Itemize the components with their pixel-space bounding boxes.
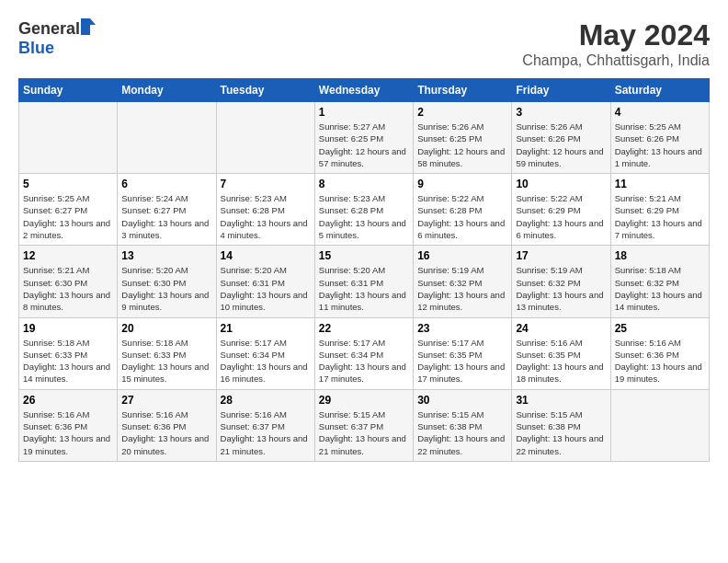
week-row-1: 1Sunrise: 5:27 AMSunset: 6:25 PMDaylight… <box>19 102 710 174</box>
logo-icon <box>81 18 96 39</box>
day-cell-2-4: 16Sunrise: 5:19 AMSunset: 6:32 PMDayligh… <box>414 246 512 317</box>
day-number: 12 <box>23 249 113 262</box>
logo: General Blue <box>18 18 96 58</box>
day-info: Sunrise: 5:20 AMSunset: 6:31 PMDaylight:… <box>319 264 409 313</box>
day-info: Sunrise: 5:26 AMSunset: 6:25 PMDaylight:… <box>417 121 507 169</box>
page-header: General Blue May 2024 Champa, Chhattisga… <box>18 18 710 69</box>
day-number: 7 <box>221 178 311 190</box>
week-row-4: 19Sunrise: 5:18 AMSunset: 6:33 PMDayligh… <box>19 317 710 389</box>
day-cell-3-2: 21Sunrise: 5:17 AMSunset: 6:34 PMDayligh… <box>216 317 314 389</box>
day-cell-4-6 <box>610 389 709 461</box>
day-info: Sunrise: 5:15 AMSunset: 6:37 PMDaylight:… <box>319 408 409 457</box>
day-info: Sunrise: 5:16 AMSunset: 6:36 PMDaylight:… <box>615 337 705 385</box>
day-info: Sunrise: 5:24 AMSunset: 6:27 PMDaylight:… <box>121 192 211 241</box>
day-info: Sunrise: 5:20 AMSunset: 6:31 PMDaylight:… <box>221 264 311 313</box>
day-number: 18 <box>615 249 705 262</box>
day-info: Sunrise: 5:19 AMSunset: 6:32 PMDaylight:… <box>417 264 507 313</box>
day-info: Sunrise: 5:16 AMSunset: 6:37 PMDaylight:… <box>221 408 311 457</box>
day-number: 15 <box>319 249 409 262</box>
day-number: 22 <box>319 322 409 335</box>
calendar-table: Sunday Monday Tuesday Wednesday Thursday… <box>18 78 710 462</box>
day-cell-0-2 <box>216 102 314 174</box>
day-cell-2-0: 12Sunrise: 5:21 AMSunset: 6:30 PMDayligh… <box>19 246 118 317</box>
day-cell-0-3: 1Sunrise: 5:27 AMSunset: 6:25 PMDaylight… <box>314 102 413 174</box>
day-number: 1 <box>319 106 409 119</box>
week-row-5: 26Sunrise: 5:16 AMSunset: 6:36 PMDayligh… <box>19 389 710 461</box>
day-cell-2-2: 14Sunrise: 5:20 AMSunset: 6:31 PMDayligh… <box>216 246 314 317</box>
day-info: Sunrise: 5:20 AMSunset: 6:30 PMDaylight:… <box>121 264 211 313</box>
day-cell-3-1: 20Sunrise: 5:18 AMSunset: 6:33 PMDayligh… <box>118 317 216 389</box>
day-number: 2 <box>417 106 507 119</box>
day-info: Sunrise: 5:15 AMSunset: 6:38 PMDaylight:… <box>417 408 507 457</box>
day-cell-3-6: 25Sunrise: 5:16 AMSunset: 6:36 PMDayligh… <box>610 317 709 389</box>
day-info: Sunrise: 5:23 AMSunset: 6:28 PMDaylight:… <box>221 192 311 241</box>
day-number: 30 <box>417 394 507 407</box>
day-info: Sunrise: 5:16 AMSunset: 6:36 PMDaylight:… <box>23 408 113 457</box>
day-number: 11 <box>615 178 705 190</box>
day-info: Sunrise: 5:21 AMSunset: 6:29 PMDaylight:… <box>615 192 705 241</box>
header-wednesday: Wednesday <box>314 79 413 102</box>
day-number: 21 <box>221 322 311 335</box>
day-number: 20 <box>121 322 211 335</box>
logo-blue-text: Blue <box>18 39 54 57</box>
day-info: Sunrise: 5:27 AMSunset: 6:25 PMDaylight:… <box>319 121 409 169</box>
header-thursday: Thursday <box>414 79 512 102</box>
day-cell-3-3: 22Sunrise: 5:17 AMSunset: 6:34 PMDayligh… <box>314 317 413 389</box>
day-number: 6 <box>121 178 211 190</box>
day-number: 8 <box>319 178 409 190</box>
day-cell-0-6: 4Sunrise: 5:25 AMSunset: 6:26 PMDaylight… <box>610 102 709 174</box>
calendar-header-row: Sunday Monday Tuesday Wednesday Thursday… <box>19 79 710 102</box>
day-info: Sunrise: 5:17 AMSunset: 6:34 PMDaylight:… <box>319 337 409 385</box>
day-number: 4 <box>615 106 705 119</box>
header-tuesday: Tuesday <box>216 79 314 102</box>
day-cell-2-5: 17Sunrise: 5:19 AMSunset: 6:32 PMDayligh… <box>512 246 610 317</box>
day-cell-4-3: 29Sunrise: 5:15 AMSunset: 6:37 PMDayligh… <box>314 389 413 461</box>
day-info: Sunrise: 5:15 AMSunset: 6:38 PMDaylight:… <box>516 408 606 457</box>
day-number: 27 <box>121 394 211 407</box>
day-number: 28 <box>221 394 311 407</box>
day-cell-1-6: 11Sunrise: 5:21 AMSunset: 6:29 PMDayligh… <box>610 174 709 246</box>
day-number: 31 <box>516 394 606 407</box>
day-number: 23 <box>417 322 507 335</box>
day-cell-4-0: 26Sunrise: 5:16 AMSunset: 6:36 PMDayligh… <box>19 389 118 461</box>
day-cell-0-4: 2Sunrise: 5:26 AMSunset: 6:25 PMDaylight… <box>414 102 512 174</box>
header-saturday: Saturday <box>610 79 709 102</box>
day-info: Sunrise: 5:17 AMSunset: 6:35 PMDaylight:… <box>417 337 507 385</box>
day-number: 24 <box>516 322 606 335</box>
title-area: May 2024 Champa, Chhattisgarh, India <box>522 18 710 69</box>
header-monday: Monday <box>118 79 216 102</box>
day-number: 29 <box>319 394 409 407</box>
day-cell-4-4: 30Sunrise: 5:15 AMSunset: 6:38 PMDayligh… <box>414 389 512 461</box>
logo-general-text: General <box>18 19 80 39</box>
day-cell-4-5: 31Sunrise: 5:15 AMSunset: 6:38 PMDayligh… <box>512 389 610 461</box>
day-info: Sunrise: 5:18 AMSunset: 6:33 PMDaylight:… <box>23 337 113 385</box>
header-friday: Friday <box>512 79 610 102</box>
day-number: 19 <box>23 322 113 335</box>
day-cell-4-2: 28Sunrise: 5:16 AMSunset: 6:37 PMDayligh… <box>216 389 314 461</box>
day-number: 25 <box>615 322 705 335</box>
day-info: Sunrise: 5:17 AMSunset: 6:34 PMDaylight:… <box>221 337 311 385</box>
day-info: Sunrise: 5:16 AMSunset: 6:35 PMDaylight:… <box>516 337 606 385</box>
day-cell-3-5: 24Sunrise: 5:16 AMSunset: 6:35 PMDayligh… <box>512 317 610 389</box>
day-cell-3-4: 23Sunrise: 5:17 AMSunset: 6:35 PMDayligh… <box>414 317 512 389</box>
day-info: Sunrise: 5:25 AMSunset: 6:26 PMDaylight:… <box>615 121 705 169</box>
day-cell-1-0: 5Sunrise: 5:25 AMSunset: 6:27 PMDaylight… <box>19 174 118 246</box>
day-info: Sunrise: 5:26 AMSunset: 6:26 PMDaylight:… <box>516 121 606 169</box>
day-info: Sunrise: 5:18 AMSunset: 6:32 PMDaylight:… <box>615 264 705 313</box>
day-cell-0-5: 3Sunrise: 5:26 AMSunset: 6:26 PMDaylight… <box>512 102 610 174</box>
month-year-title: May 2024 <box>522 18 710 52</box>
location-subtitle: Champa, Chhattisgarh, India <box>522 52 710 69</box>
day-cell-1-1: 6Sunrise: 5:24 AMSunset: 6:27 PMDaylight… <box>118 174 216 246</box>
day-info: Sunrise: 5:25 AMSunset: 6:27 PMDaylight:… <box>23 192 113 241</box>
day-number: 26 <box>23 394 113 407</box>
day-number: 3 <box>516 106 606 119</box>
day-number: 16 <box>417 249 507 262</box>
day-cell-0-0 <box>19 102 118 174</box>
day-number: 17 <box>516 249 606 262</box>
day-cell-4-1: 27Sunrise: 5:16 AMSunset: 6:36 PMDayligh… <box>118 389 216 461</box>
day-cell-1-2: 7Sunrise: 5:23 AMSunset: 6:28 PMDaylight… <box>216 174 314 246</box>
day-info: Sunrise: 5:19 AMSunset: 6:32 PMDaylight:… <box>516 264 606 313</box>
day-number: 14 <box>221 249 311 262</box>
week-row-3: 12Sunrise: 5:21 AMSunset: 6:30 PMDayligh… <box>19 246 710 317</box>
day-info: Sunrise: 5:18 AMSunset: 6:33 PMDaylight:… <box>121 337 211 385</box>
